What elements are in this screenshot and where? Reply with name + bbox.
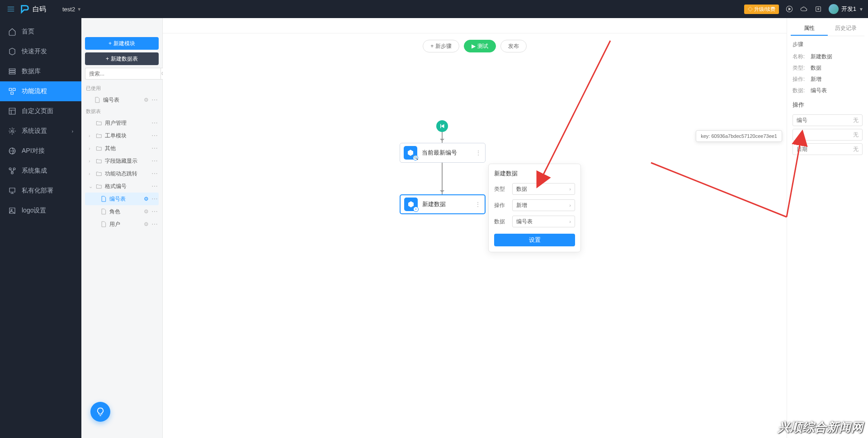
node-label: 编号表 bbox=[103, 96, 141, 104]
more-icon[interactable]: ⋯ bbox=[151, 221, 157, 228]
project-selector[interactable]: test2 ▼ bbox=[62, 6, 81, 13]
test-button[interactable]: ▶测试 bbox=[464, 40, 496, 52]
operation-select[interactable]: 新增› bbox=[512, 199, 575, 211]
more-icon[interactable]: ⋯ bbox=[151, 170, 157, 177]
tab-properties[interactable]: 属性 bbox=[791, 22, 828, 36]
start-node[interactable] bbox=[436, 120, 448, 132]
btn-label: 新建数据表 bbox=[111, 55, 138, 63]
field-value: 无 bbox=[853, 117, 859, 124]
canvas-toolbar: + 新步骤 ▶测试 发布 bbox=[163, 33, 787, 59]
sliders-icon[interactable]: ⚙ bbox=[144, 208, 149, 215]
flow-node-query[interactable]: 🔍 当前最新编号 ⋮ bbox=[400, 143, 486, 163]
more-icon[interactable]: ⋯ bbox=[151, 208, 157, 215]
nav-private-deploy[interactable]: 私有化部署 bbox=[0, 181, 81, 201]
sliders-icon[interactable]: ⚙ bbox=[144, 221, 149, 227]
popup-row: 数据编号表› bbox=[494, 216, 575, 227]
play-icon[interactable] bbox=[785, 5, 793, 13]
nav-label: 功能流程 bbox=[22, 87, 47, 95]
flow-canvas[interactable]: + 新步骤 ▶测试 发布 🔍 当前最新编号 ⋮ + 新建数据 ⋮ 新建数据 类型… bbox=[163, 33, 787, 438]
menu-toggle-icon[interactable] bbox=[5, 3, 17, 15]
field-date[interactable]: 日期无 bbox=[793, 143, 863, 155]
more-icon[interactable]: ⋯ bbox=[151, 145, 157, 152]
field-key[interactable]: 无 bbox=[793, 129, 863, 141]
chevron-right-icon: › bbox=[569, 203, 571, 208]
used-item[interactable]: 编号表 ⚙ ⋯ bbox=[85, 94, 159, 106]
prop-value: 新建数据 bbox=[811, 53, 832, 61]
play-icon: ▶ bbox=[472, 43, 476, 49]
nav-quick-dev[interactable]: 快速开发 bbox=[0, 42, 81, 61]
prop-value: 编号表 bbox=[811, 87, 827, 94]
nav-home[interactable]: 首页 bbox=[0, 22, 81, 42]
table-folder[interactable]: 用户管理⋯ bbox=[85, 117, 159, 129]
search-icon: 🔍 bbox=[413, 155, 418, 160]
field-label: 编号 bbox=[797, 117, 807, 124]
field-value: 无 bbox=[853, 131, 859, 139]
btn-label: 新建模块 bbox=[113, 40, 135, 47]
new-module-button[interactable]: +新建模块 bbox=[85, 37, 159, 50]
table-folder[interactable]: ›字段隐藏显示⋯ bbox=[85, 155, 159, 167]
more-icon[interactable]: ⋮ bbox=[475, 201, 481, 208]
flow-connector bbox=[442, 132, 443, 143]
nav-logo[interactable]: logo设置 bbox=[0, 201, 81, 221]
more-icon[interactable]: ⋮ bbox=[475, 149, 481, 156]
cloud-icon[interactable] bbox=[800, 5, 808, 13]
more-icon[interactable]: ⋯ bbox=[151, 195, 157, 203]
nav-label: 快速开发 bbox=[22, 47, 47, 56]
field-id[interactable]: 编号无 bbox=[793, 114, 863, 126]
nav-label: API对接 bbox=[22, 147, 45, 155]
node-label: 用户管理 bbox=[105, 119, 149, 127]
table-folder[interactable]: ›工单模块⋯ bbox=[85, 129, 159, 142]
nav-api[interactable]: API对接 bbox=[0, 141, 81, 161]
prop-row: 名称:新建数据 bbox=[787, 51, 868, 62]
field-label: 日期 bbox=[797, 146, 807, 153]
table-folder-expanded[interactable]: ⌄格式编号⋯ bbox=[85, 180, 159, 193]
tab-history[interactable]: 历史记录 bbox=[828, 22, 865, 36]
more-icon[interactable]: ⋯ bbox=[151, 132, 157, 139]
node-label: 用户 bbox=[109, 221, 141, 228]
project-name: test2 bbox=[62, 6, 75, 13]
left-nav: 首页 快速开发 数据库 功能流程 自定义页面 系统设置› API对接 系统集成 … bbox=[0, 18, 81, 438]
prop-key: 数据: bbox=[793, 87, 811, 94]
sliders-icon[interactable]: ⚙ bbox=[144, 196, 149, 202]
nav-database[interactable]: 数据库 bbox=[0, 61, 81, 81]
data-select[interactable]: 编号表› bbox=[512, 216, 575, 227]
type-select[interactable]: 数据› bbox=[512, 183, 575, 195]
nav-settings[interactable]: 系统设置› bbox=[0, 121, 81, 141]
table-folder[interactable]: ›其他⋯ bbox=[85, 142, 159, 155]
svg-rect-6 bbox=[13, 88, 15, 90]
nav-flow[interactable]: 功能流程 bbox=[0, 81, 81, 101]
brand-logo: 白码 bbox=[20, 4, 46, 14]
hint-fab[interactable] bbox=[90, 402, 110, 422]
table-item[interactable]: 用户⚙⋯ bbox=[85, 218, 159, 231]
more-icon[interactable]: ⋯ bbox=[151, 183, 157, 190]
avatar bbox=[829, 4, 839, 14]
chevron-right-icon: › bbox=[89, 146, 93, 151]
nav-integration[interactable]: 系统集成 bbox=[0, 161, 81, 181]
table-item[interactable]: 角色⚙⋯ bbox=[85, 205, 159, 218]
publish-button[interactable]: 发布 bbox=[500, 40, 527, 52]
table-item-active[interactable]: 编号表⚙⋯ bbox=[85, 193, 159, 205]
nav-custom-page[interactable]: 自定义页面 bbox=[0, 101, 81, 121]
more-icon[interactable]: ⋯ bbox=[151, 157, 157, 165]
svg-rect-14 bbox=[9, 188, 15, 192]
breadcrumb: ‹ 返回 功能 - 生变编号 bbox=[81, 18, 868, 33]
node-label: 功能动态跳转 bbox=[105, 170, 149, 178]
upgrade-button[interactable]: ◇ 升级/续费 bbox=[744, 5, 779, 14]
more-icon[interactable]: ⋯ bbox=[151, 96, 157, 104]
chevron-right-icon: › bbox=[569, 219, 571, 224]
select-value: 新增 bbox=[516, 202, 527, 209]
user-menu[interactable]: 开发1 ▼ bbox=[829, 4, 863, 14]
nav-label: 数据库 bbox=[22, 67, 41, 75]
more-icon[interactable]: ⋯ bbox=[151, 119, 157, 127]
flow-node-create[interactable]: + 新建数据 ⋮ bbox=[400, 194, 486, 214]
new-table-button[interactable]: +新建数据表 bbox=[85, 52, 159, 65]
brand-text: 白码 bbox=[33, 5, 46, 14]
flow-area[interactable]: 🔍 当前最新编号 ⋮ + 新建数据 ⋮ 新建数据 类型数据› 操作新增› 数据编… bbox=[163, 59, 787, 438]
table-folder[interactable]: ›功能动态跳转⋯ bbox=[85, 167, 159, 180]
group-used: 已使用 bbox=[85, 83, 159, 94]
new-step-button[interactable]: + 新步骤 bbox=[423, 40, 459, 52]
download-icon[interactable] bbox=[814, 5, 822, 13]
search-input[interactable] bbox=[85, 68, 160, 80]
sliders-icon[interactable]: ⚙ bbox=[144, 97, 149, 103]
settings-button[interactable]: 设置 bbox=[494, 234, 575, 246]
